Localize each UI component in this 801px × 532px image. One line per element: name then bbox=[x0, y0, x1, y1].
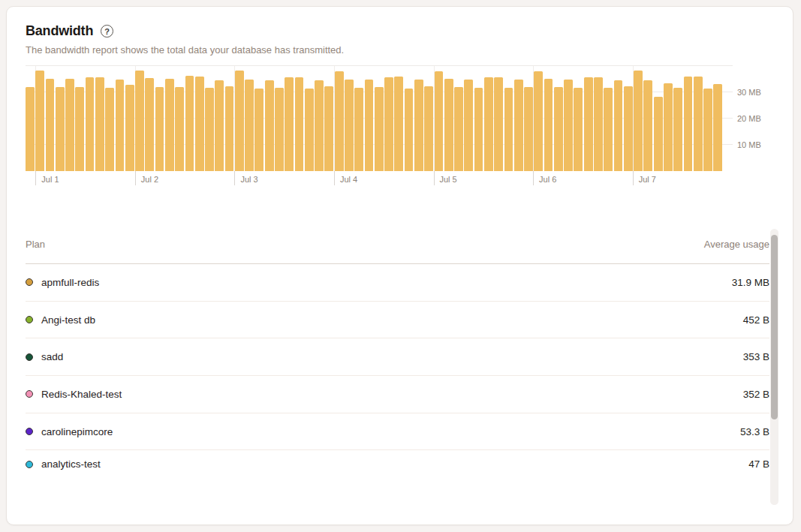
chart-bar[interactable] bbox=[584, 77, 593, 171]
chart-bar[interactable] bbox=[414, 80, 423, 171]
chart-bar[interactable] bbox=[634, 71, 643, 171]
chart-bar[interactable] bbox=[394, 77, 403, 171]
help-icon-glyph: ? bbox=[104, 27, 110, 36]
chart-bar[interactable] bbox=[684, 77, 693, 171]
chart-bar[interactable] bbox=[324, 86, 333, 171]
plan-usage-value: 53.3 B bbox=[740, 426, 769, 437]
y-axis-tick-label: 20 MB bbox=[737, 113, 761, 124]
chart-bar[interactable] bbox=[643, 80, 652, 171]
chart-bar[interactable] bbox=[384, 77, 393, 171]
page-title: Bandwidth bbox=[26, 23, 93, 39]
chart-bar[interactable] bbox=[703, 89, 712, 171]
table-row: carolinepimcore 53.3 B bbox=[26, 413, 769, 451]
chart-bar[interactable] bbox=[375, 87, 384, 171]
chart-bar[interactable] bbox=[86, 77, 95, 171]
help-icon[interactable]: ? bbox=[101, 25, 113, 38]
scrollbar-track[interactable] bbox=[770, 229, 778, 505]
chart-bar[interactable] bbox=[155, 87, 164, 171]
chart-bar[interactable] bbox=[424, 86, 433, 171]
bandwidth-card: Bandwidth ? The bandwidth report shows t… bbox=[6, 6, 793, 525]
chart-bar[interactable] bbox=[654, 97, 663, 171]
chart-bar[interactable] bbox=[624, 86, 633, 171]
chart-bar[interactable] bbox=[95, 77, 104, 171]
chart-bar[interactable] bbox=[135, 71, 144, 171]
chart-bar[interactable] bbox=[594, 77, 603, 171]
chart-bar[interactable] bbox=[484, 77, 493, 171]
chart-bar[interactable] bbox=[335, 71, 344, 171]
chart-bar[interactable] bbox=[435, 71, 444, 171]
chart-bar[interactable] bbox=[26, 87, 35, 171]
chart-bar[interactable] bbox=[345, 80, 354, 172]
chart-bar[interactable] bbox=[504, 88, 513, 171]
scrollbar-thumb[interactable] bbox=[771, 235, 778, 419]
chart-bar[interactable] bbox=[514, 80, 523, 171]
chart-bar[interactable] bbox=[225, 86, 234, 171]
x-axis-tick-label: Jul 5 bbox=[440, 175, 457, 184]
chart-bar[interactable] bbox=[195, 77, 204, 171]
plan-usage-value: 31.9 MB bbox=[732, 277, 769, 288]
x-axis-tick-label: Jul 1 bbox=[41, 175, 59, 184]
x-axis-tick bbox=[135, 171, 136, 185]
chart-bar[interactable] bbox=[544, 79, 553, 171]
x-axis-tick bbox=[334, 171, 335, 185]
chart-bar[interactable] bbox=[65, 79, 74, 171]
plan-usage-value: 352 B bbox=[743, 389, 769, 400]
plan-name: Angi-test db bbox=[41, 314, 95, 326]
plan-name: sadd bbox=[41, 351, 63, 362]
chart-bar[interactable] bbox=[574, 88, 583, 171]
table-row: Angi-test db 452 B bbox=[26, 302, 769, 339]
chart-bar[interactable] bbox=[664, 83, 673, 171]
chart-bar[interactable] bbox=[285, 77, 294, 171]
chart-bar[interactable] bbox=[125, 85, 134, 171]
chart-bar[interactable] bbox=[75, 87, 84, 171]
chart-bar[interactable] bbox=[245, 80, 254, 171]
plan-color-dot bbox=[26, 278, 33, 286]
chart-bar[interactable] bbox=[295, 77, 304, 171]
chart-bar[interactable] bbox=[464, 80, 473, 172]
chart-bar[interactable] bbox=[275, 88, 284, 171]
plan-usage-table: Plan Average usage apmfull-redis 31.9 MB… bbox=[26, 225, 769, 478]
chart-bar[interactable] bbox=[315, 80, 324, 172]
chart-bar[interactable] bbox=[474, 88, 483, 171]
plan-name: carolinepimcore bbox=[41, 426, 113, 437]
chart-bar[interactable] bbox=[175, 87, 184, 171]
chart-bar[interactable] bbox=[254, 89, 263, 171]
chart-bar[interactable] bbox=[614, 80, 623, 172]
chart-bar[interactable] bbox=[365, 80, 374, 171]
plan-color-dot bbox=[26, 316, 33, 323]
chart-bar[interactable] bbox=[116, 80, 125, 171]
plan-usage-section: Plan Average usage apmfull-redis 31.9 MB… bbox=[7, 223, 794, 515]
chart-bar[interactable] bbox=[46, 79, 55, 171]
x-axis-tick bbox=[633, 171, 634, 185]
chart-bar[interactable] bbox=[673, 88, 682, 171]
chart-bar[interactable] bbox=[524, 87, 533, 171]
chart-bar[interactable] bbox=[205, 88, 214, 171]
chart-bar[interactable] bbox=[564, 80, 573, 171]
chart-bar[interactable] bbox=[354, 88, 363, 171]
chart-bar[interactable] bbox=[534, 71, 543, 171]
chart-bar[interactable] bbox=[554, 87, 563, 171]
chart-bar[interactable] bbox=[444, 79, 453, 172]
chart-bar[interactable] bbox=[145, 78, 154, 171]
chart-bar[interactable] bbox=[405, 89, 414, 171]
x-axis-tick-label: Jul 4 bbox=[340, 175, 357, 184]
chart-bar[interactable] bbox=[494, 77, 503, 171]
chart-bar[interactable] bbox=[35, 71, 44, 171]
card-header: Bandwidth ? The bandwidth report shows t… bbox=[26, 23, 701, 56]
chart-bar[interactable] bbox=[265, 80, 274, 171]
plan-name: Redis-Khaled-test bbox=[41, 389, 122, 400]
chart-bar[interactable] bbox=[604, 88, 613, 171]
chart-bar[interactable] bbox=[694, 77, 703, 171]
chart-bar[interactable] bbox=[454, 87, 463, 171]
chart-bar[interactable] bbox=[235, 71, 244, 171]
chart-bar[interactable] bbox=[185, 76, 194, 171]
plan-usage-value: 47 B bbox=[748, 458, 769, 470]
chart-bar[interactable] bbox=[215, 80, 224, 171]
chart-bar[interactable] bbox=[56, 87, 65, 171]
chart-bar[interactable] bbox=[165, 79, 174, 171]
chart-bar[interactable] bbox=[305, 89, 314, 171]
chart-bar[interactable] bbox=[713, 84, 722, 171]
chart-bar[interactable] bbox=[105, 88, 114, 171]
table-row: Redis-Khaled-test 352 B bbox=[26, 376, 769, 413]
x-axis-tick-label: Jul 3 bbox=[240, 175, 257, 184]
